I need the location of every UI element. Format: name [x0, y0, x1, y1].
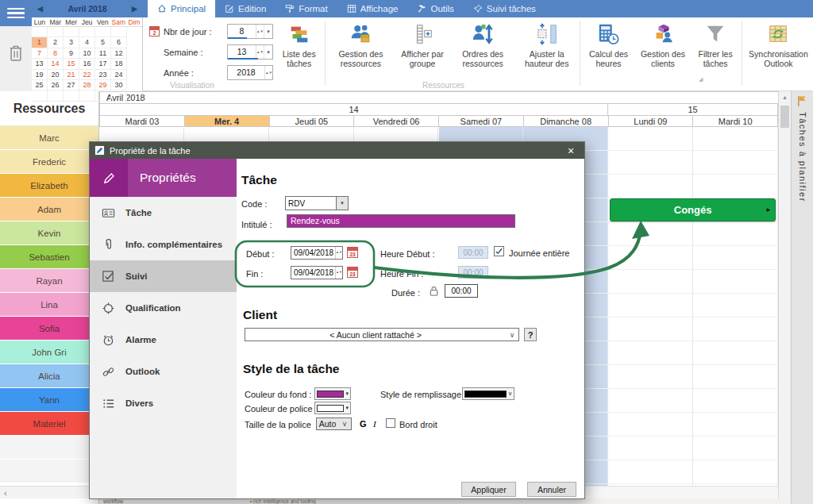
mini-calendar-date[interactable]: 24	[111, 70, 127, 80]
mini-calendar-date[interactable]: 22	[79, 70, 95, 80]
resource-row[interactable]: Elizabeth	[0, 174, 98, 197]
mini-calendar-date[interactable]: 28	[79, 80, 95, 90]
mini-calendar-date[interactable]: 25	[32, 80, 48, 90]
resources-h-scrollbar[interactable]: ‹	[0, 486, 99, 498]
border-right-checkbox[interactable]	[386, 418, 395, 428]
mini-calendar-date[interactable]: 10	[79, 48, 95, 59]
chevron-down-icon[interactable]: ▼	[264, 45, 272, 59]
close-icon[interactable]: ×	[562, 143, 580, 159]
mini-calendar-date[interactable]: 4	[79, 37, 95, 48]
ribbon-button-liste-des-t-ches[interactable]: Liste des tâches	[275, 19, 323, 69]
day-header[interactable]: Dimanche 08	[524, 115, 609, 126]
ribbon-button-gestion-des-ressources[interactable]: Gestion des ressources	[327, 19, 395, 69]
tab-outils[interactable]: Outils	[407, 0, 463, 17]
mini-calendar-date[interactable]: 8	[48, 48, 64, 59]
tab-suivi-t-ches[interactable]: Suivi tâches	[464, 0, 545, 17]
mini-calendar-date[interactable]: 9	[64, 48, 79, 59]
mini-calendar-date[interactable]: 30	[111, 80, 127, 90]
day-header[interactable]: Mardi 10	[693, 115, 778, 126]
fill-style-dropdown[interactable]: ∨	[462, 387, 514, 400]
chevron-down-icon[interactable]: ▼	[264, 25, 272, 38]
resource-row[interactable]: Marc	[0, 126, 98, 149]
mini-calendar-date[interactable]: 23	[95, 70, 111, 80]
resource-row[interactable]: Frederic	[0, 150, 98, 173]
spinner-icon[interactable]: ▲▼	[264, 66, 272, 79]
event-more-icon[interactable]: ►	[765, 207, 772, 214]
nav-item-outlook[interactable]: Outlook	[90, 356, 237, 387]
client-select[interactable]: < Aucun client rattaché > ∨	[245, 328, 519, 341]
lock-icon[interactable]	[429, 285, 439, 297]
mini-calendar-date[interactable]: 13	[32, 59, 48, 69]
resource-row[interactable]: Yann	[0, 388, 98, 411]
day-header[interactable]: Jeudi 05	[270, 115, 355, 126]
ribbon-button-gestion-des-clients[interactable]: Gestion des clients	[635, 19, 691, 69]
prev-month-icon[interactable]: ◀	[37, 5, 43, 13]
resource-row[interactable]: Alicia	[0, 364, 98, 387]
spinner-icon[interactable]: ▲▼	[256, 45, 264, 59]
visualisation-field[interactable]: 2018▲▼	[227, 65, 273, 80]
mini-calendar-date[interactable]: 11	[95, 48, 111, 59]
duration-field[interactable]: 00:00	[445, 284, 478, 298]
calendar-v-scrollbar[interactable]: ▲	[778, 91, 791, 498]
nav-item-qualification[interactable]: Qualification	[90, 292, 237, 324]
resource-row[interactable]: Materiel	[0, 412, 98, 435]
spinner-icon[interactable]: ▲▼	[335, 267, 342, 279]
resource-row[interactable]: Adam	[0, 198, 98, 221]
next-month-icon[interactable]: ▶	[132, 5, 137, 13]
mini-calendar-date[interactable]: 27	[64, 80, 79, 90]
nav-item-divers[interactable]: Divers	[90, 387, 237, 419]
resource-row[interactable]: John Gri	[0, 340, 98, 364]
dialog-title-bar[interactable]: Propriété de la tâche ×	[90, 142, 584, 159]
apply-button[interactable]: Appliquer	[461, 482, 516, 497]
mini-calendar-date[interactable]: 12	[111, 48, 127, 59]
scrollbar-thumb[interactable]	[780, 106, 789, 128]
day-header[interactable]: Mer. 4	[185, 115, 270, 126]
day-header[interactable]: Mardi 03	[100, 115, 185, 126]
mini-calendar-date[interactable]: 21	[64, 70, 79, 80]
mini-calendar-date[interactable]: 6	[111, 37, 127, 48]
scroll-up-icon[interactable]: ▲	[779, 91, 791, 104]
ribbon-button-ordres-des-ressources[interactable]: Ordres des ressources	[450, 19, 515, 69]
mini-calendar-date[interactable]: 17	[95, 59, 111, 69]
event-bar[interactable]: Congés ►	[610, 198, 776, 221]
mini-calendar-date[interactable]: 5	[95, 37, 111, 48]
italic-button[interactable]: I	[373, 419, 376, 429]
tab-format[interactable]: Format	[275, 0, 337, 17]
tasks-to-plan-panel[interactable]: Tâches à planifier	[791, 91, 813, 504]
spinner-icon[interactable]: ▲▼	[335, 247, 342, 259]
cancel-button[interactable]: Annuler	[527, 482, 576, 497]
hamburger-menu-icon[interactable]	[0, 0, 32, 26]
ribbon-button-synchronisation-outlook[interactable]: Synchronisation Outlook	[744, 19, 813, 69]
mini-calendar-date[interactable]: 15	[64, 59, 79, 69]
mini-calendar-date[interactable]: 20	[48, 70, 64, 80]
bg-color-dropdown[interactable]: ▾	[314, 387, 351, 400]
mini-calendar-date[interactable]: 3	[64, 37, 79, 48]
spinner-icon[interactable]: ▲▼	[256, 25, 264, 38]
resource-row[interactable]: Sebastien	[0, 245, 98, 268]
day-header[interactable]: Samedi 07	[439, 115, 524, 126]
visualisation-field[interactable]: 13▲▼▼	[227, 44, 273, 60]
visualisation-field[interactable]: 8▲▼▼	[227, 24, 273, 39]
day-header[interactable]: Vendredi 06	[354, 115, 439, 126]
nav-item-suivi[interactable]: Suivi	[90, 260, 237, 292]
font-size-select[interactable]: Auto ∨	[316, 417, 352, 430]
mini-calendar-date[interactable]: 16	[79, 59, 95, 69]
title-field[interactable]: Rendez-vous	[287, 214, 515, 228]
trash-icon[interactable]	[8, 44, 24, 63]
mini-calendar-date[interactable]: 14	[48, 59, 64, 69]
mini-calendar-date[interactable]: 2	[48, 37, 64, 48]
ribbon-button-ajuster-la-hauteur-des[interactable]: Ajuster la hauteur des	[515, 19, 578, 69]
font-color-dropdown[interactable]: ▾	[314, 402, 351, 414]
ribbon-button-filtrer-les-t-ches[interactable]: Filtrer les tâches	[691, 19, 740, 69]
mini-calendar-date[interactable]: 26	[48, 80, 64, 90]
end-date-field[interactable]: 09/04/2018 ▲▼	[291, 266, 343, 279]
nav-item-alarme[interactable]: Alarme	[90, 324, 237, 356]
mini-calendar-date[interactable]: 19	[32, 70, 48, 80]
nav-item-info-compl-mentaires[interactable]: Info. complémentaires	[90, 229, 237, 260]
resource-row[interactable]: Rayan	[0, 269, 98, 292]
resource-row[interactable]: Sofia	[0, 317, 98, 340]
end-date-picker-icon[interactable]: 23	[347, 267, 358, 278]
day-header[interactable]: Lundi 09	[609, 115, 694, 126]
client-help-button[interactable]: ?	[524, 328, 537, 341]
nav-item-t-che[interactable]: Tâche	[90, 197, 237, 229]
